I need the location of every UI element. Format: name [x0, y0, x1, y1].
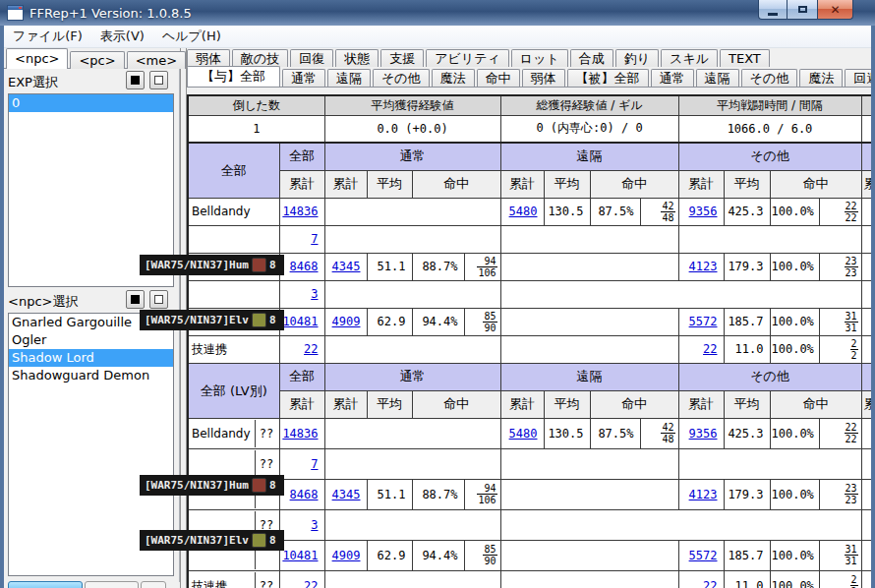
value-link[interactable]: 8468 [290, 488, 319, 501]
report-tab[interactable]: 回復 [290, 49, 333, 67]
value-link[interactable]: 4909 [332, 315, 361, 328]
report-subtab[interactable]: 遠隔 [327, 69, 371, 87]
value-link[interactable]: 3 [311, 287, 318, 301]
report-subtab[interactable]: 命中 [477, 69, 520, 87]
value-link[interactable]: 4123 [689, 260, 718, 273]
row-label: Belldandy?? [188, 418, 279, 448]
value-link[interactable]: 5480 [509, 205, 538, 218]
fraction-denominator: 23 [845, 495, 858, 505]
col-group-all: 全部 [279, 363, 324, 390]
value-link[interactable]: 5572 [689, 315, 718, 328]
partial-cell [861, 335, 871, 363]
value-link[interactable]: 5572 [689, 549, 718, 562]
value-link[interactable]: 4909 [332, 549, 361, 562]
npc-list-item[interactable]: Shadowguard Demon [9, 367, 173, 384]
report-tab[interactable]: アビリティ [426, 49, 509, 67]
report-tab[interactable]: TEXT [720, 49, 770, 67]
value-link[interactable]: 5480 [509, 427, 538, 441]
npc-select-all-button[interactable] [126, 290, 145, 309]
sidebar-tab[interactable]: <pc> [70, 51, 124, 69]
fraction-numerator: 94 [477, 483, 496, 495]
report-tab[interactable]: 弱体 [187, 49, 230, 67]
value-link[interactable]: 14836 [282, 427, 318, 441]
value-link[interactable]: 7 [311, 232, 318, 246]
fraction-numerator: 2 [850, 338, 858, 350]
maximize-button[interactable] [788, 0, 817, 20]
report-subtab[interactable]: 【被】全部 [567, 69, 649, 87]
exp-list-item[interactable]: 0 [9, 94, 173, 112]
close-button[interactable]: ✕ [817, 0, 853, 20]
bottom-tab[interactable] [85, 581, 139, 588]
value-link[interactable]: 3 [311, 518, 318, 532]
group-frac-cell: 2222 [819, 418, 861, 448]
player-name-tail: 8 [269, 259, 276, 271]
fraction-denominator: 23 [845, 267, 858, 278]
empty-group-cell [324, 198, 500, 225]
value-link[interactable]: 8468 [290, 260, 319, 273]
value-link[interactable]: 4345 [332, 260, 361, 273]
hit-fraction: 94106 [477, 256, 496, 278]
npc-clear-button[interactable] [149, 290, 168, 309]
report-tab[interactable]: 釣り [615, 49, 659, 67]
report-tab[interactable]: 合成 [570, 49, 613, 67]
value-link[interactable]: 22 [304, 342, 318, 356]
report-subtab[interactable]: 魔法 [432, 69, 475, 87]
report-tab[interactable]: 支援 [380, 49, 424, 67]
row-name: 技連携 [192, 577, 255, 588]
value-link[interactable]: 4123 [689, 488, 718, 501]
npc-list-item[interactable]: Ogler [9, 331, 173, 349]
report-subtab[interactable]: 弱体 [522, 69, 565, 87]
hume-job-icon [252, 258, 266, 272]
empty-group-cell [500, 448, 678, 479]
value-link[interactable]: 14836 [282, 205, 318, 218]
group-avg-cell: 185.7 [724, 308, 770, 335]
table-row: Belldandy148365480130.587.5%42489356425.… [188, 198, 871, 225]
group-frac-cell: 2222 [819, 198, 861, 225]
menu-item[interactable]: 表示(V) [91, 26, 153, 47]
summary-table-wrap: 倒した数平均獲得経験値総獲得経験値 / ギル平均戦闘時間 / 間隔10.0 (+… [187, 94, 871, 143]
col-sub-hit: 命中 [770, 390, 861, 418]
value-link[interactable]: 9356 [689, 427, 718, 441]
sidebar-tab[interactable]: <me> [127, 51, 186, 69]
menu-item[interactable]: ヘルプ(H) [153, 26, 230, 47]
report-tab[interactable]: 状態 [335, 49, 379, 67]
value-link[interactable]: 9356 [689, 205, 718, 218]
report-subtab[interactable]: 【与】全部 [187, 66, 280, 87]
report-subtab[interactable]: その他 [373, 69, 430, 87]
report-subtab[interactable]: その他 [741, 69, 798, 87]
value-link[interactable]: 22 [703, 579, 717, 588]
exp-clear-button[interactable] [149, 71, 168, 89]
report-tab[interactable]: スキル [661, 49, 718, 67]
group-frac-cell: 8590 [464, 540, 500, 570]
report-subtab[interactable]: 通常 [282, 69, 325, 87]
report-tab[interactable]: 敵の技 [232, 49, 288, 67]
report-subtab[interactable]: 遠隔 [696, 69, 739, 87]
hit-fraction: 4248 [661, 201, 674, 223]
window-border-left [0, 26, 4, 588]
value-link[interactable]: 22 [703, 342, 717, 356]
npc-list-item[interactable]: Shadow Lord [9, 349, 173, 367]
group-avg-cell: 51.1 [367, 479, 412, 509]
empty-group-cell [678, 448, 861, 479]
empty-group-cell [324, 335, 500, 363]
value-link[interactable]: 7 [311, 457, 318, 471]
report-subtab[interactable]: 回避 [845, 69, 871, 87]
player-name-tail: 8 [269, 314, 276, 326]
report-tab[interactable]: ロット [511, 49, 568, 67]
group-hit-cell: 87.5% [590, 418, 640, 448]
menu-item[interactable]: ファイル(F) [4, 26, 91, 47]
bottom-tab[interactable] [141, 581, 166, 588]
bottom-tab-selected[interactable] [8, 581, 83, 588]
col-sub-sum: 累計 [500, 390, 544, 418]
sidebar-tab[interactable]: <npc> [6, 48, 68, 69]
report-subtab[interactable]: 通常 [651, 69, 694, 87]
damage-grid: 全部全部通常遠隔その他累計累計平均命中累計平均命中累計平均命中累計Belldan… [187, 142, 871, 588]
value-link[interactable]: 22 [304, 579, 318, 588]
value-link[interactable]: 10481 [282, 315, 318, 328]
summary-value-partial [861, 116, 871, 143]
value-link[interactable]: 10481 [282, 549, 318, 562]
minimize-button[interactable] [758, 0, 788, 20]
exp-select-all-button[interactable] [126, 71, 145, 89]
value-link[interactable]: 4345 [332, 488, 361, 501]
report-subtab[interactable]: 魔法 [799, 69, 843, 87]
